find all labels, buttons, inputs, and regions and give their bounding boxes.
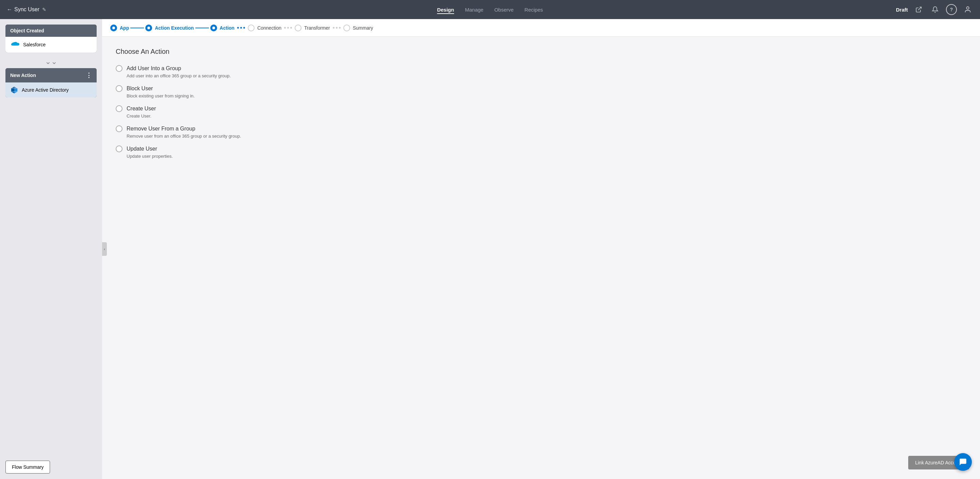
action-label-update-user: Update User	[127, 146, 157, 152]
flow-connector: ⌄⌄	[5, 55, 97, 68]
action-option-remove-user-group: Remove User From a Group Remove user fro…	[116, 125, 966, 139]
svg-point-1	[966, 7, 969, 9]
main-content: Choose An Action Add User Into a Group A…	[102, 37, 980, 479]
action-desc-create-user: Create User.	[127, 113, 966, 118]
action-option-add-user-group: Add User Into a Group Add user into an o…	[116, 65, 966, 78]
content-area: App Action Execution Action	[102, 19, 980, 479]
step-dots-2	[284, 27, 292, 29]
step-connector-2	[195, 27, 209, 28]
step-label-app: App	[120, 25, 129, 31]
dot	[339, 27, 340, 29]
top-nav: ← Sync User ✎ Design Manage Observe Reci…	[0, 0, 980, 19]
step-circle-app	[110, 24, 117, 31]
action-menu-icon[interactable]: ⋮	[86, 72, 92, 79]
step-circle-summary	[343, 24, 350, 31]
radio-block-user[interactable]	[116, 85, 123, 92]
step-circle-connection	[248, 24, 255, 31]
azure-ad-icon	[10, 86, 18, 94]
step-label-transformer: Transformer	[304, 25, 330, 31]
action-option-update-user: Update User Update user properties.	[116, 145, 966, 159]
action-app-name: Azure Active Directory	[22, 87, 69, 93]
step-nav: App Action Execution Action	[102, 19, 980, 37]
radio-remove-user-group[interactable]	[116, 125, 123, 132]
external-link-icon[interactable]	[913, 4, 924, 15]
action-label-block-user: Block User	[127, 86, 153, 92]
step-item-action-execution[interactable]: Action Execution	[145, 24, 194, 31]
help-icon[interactable]: ?	[946, 4, 957, 15]
action-header-label: New Action	[10, 73, 36, 78]
step-label-summary: Summary	[353, 25, 373, 31]
salesforce-icon	[10, 41, 20, 48]
dot	[333, 27, 334, 29]
user-avatar[interactable]	[962, 4, 973, 15]
action-label-add-user-group: Add User Into a Group	[127, 65, 181, 72]
action-option-block-user: Block User Block existing user from sign…	[116, 85, 966, 99]
back-arrow: ←	[7, 6, 12, 13]
tab-recipes[interactable]: Recipes	[524, 5, 543, 14]
dot	[243, 27, 245, 29]
action-option-create-user: Create User Create User.	[116, 105, 966, 118]
tab-design[interactable]: Design	[437, 5, 454, 14]
step-item-action[interactable]: Action	[210, 24, 235, 31]
sidebar: Object Created Salesforce ⌄⌄ New Action …	[0, 19, 102, 479]
step-label-connection: Connection	[257, 25, 282, 31]
dot	[290, 27, 292, 29]
dot	[287, 27, 289, 29]
step-label-action: Action	[220, 25, 235, 31]
action-desc-block-user: Block existing user from signing in.	[127, 93, 966, 99]
action-label-remove-user-group: Remove User From a Group	[127, 126, 195, 132]
step-label-action-execution: Action Execution	[155, 25, 194, 31]
action-options-list: Add User Into a Group Add user into an o…	[116, 65, 966, 159]
trigger-header-label: Object Created	[10, 28, 44, 34]
notifications-icon[interactable]	[930, 4, 940, 15]
edit-title-icon[interactable]: ✎	[42, 7, 46, 12]
action-card-body[interactable]: Azure Active Directory	[5, 83, 97, 97]
tab-observe[interactable]: Observe	[495, 5, 514, 14]
action-desc-remove-user-group: Remove user from an office 365 group or …	[127, 134, 966, 139]
trigger-card-header: Object Created	[5, 24, 97, 37]
step-item-summary[interactable]: Summary	[343, 24, 373, 31]
back-button[interactable]: ← Sync User	[7, 6, 40, 13]
action-card: New Action ⋮ Azure Active Directory	[5, 68, 97, 97]
svg-marker-3	[11, 86, 14, 93]
chat-bubble[interactable]	[954, 453, 972, 471]
flow-summary-section: Flow Summary	[5, 454, 97, 474]
radio-add-user-group[interactable]	[116, 65, 123, 72]
step-item-connection[interactable]: Connection	[248, 24, 282, 31]
dot	[336, 27, 337, 29]
tab-manage[interactable]: Manage	[465, 5, 483, 14]
dot	[237, 27, 239, 29]
action-desc-update-user: Update user properties.	[127, 154, 966, 159]
action-label-create-user: Create User	[127, 105, 156, 112]
radio-update-user[interactable]	[116, 145, 123, 152]
choose-action-title: Choose An Action	[116, 48, 966, 56]
dot	[284, 27, 286, 29]
dot	[240, 27, 242, 29]
trigger-card: Object Created Salesforce	[5, 24, 97, 53]
step-connector-1	[130, 27, 144, 28]
step-item-app[interactable]: App	[110, 24, 129, 31]
chat-icon	[959, 458, 967, 466]
app-title: Sync User	[14, 6, 40, 13]
sidebar-collapse-handle[interactable]: ‹	[102, 242, 107, 256]
action-desc-add-user-group: Add user into an office 365 group or a s…	[127, 73, 966, 78]
action-card-header[interactable]: New Action ⋮	[5, 68, 97, 83]
step-dots-1	[237, 27, 245, 29]
step-dots-3	[333, 27, 340, 29]
radio-create-user[interactable]	[116, 105, 123, 112]
step-circle-transformer	[295, 24, 301, 31]
step-circle-action	[210, 24, 217, 31]
trigger-app-name: Salesforce	[23, 42, 46, 47]
draft-badge: Draft	[896, 7, 908, 13]
svg-line-0	[918, 7, 921, 10]
step-circle-action-execution	[145, 24, 152, 31]
step-item-transformer[interactable]: Transformer	[295, 24, 330, 31]
flow-summary-button[interactable]: Flow Summary	[5, 461, 50, 474]
trigger-card-body[interactable]: Salesforce	[5, 37, 97, 53]
